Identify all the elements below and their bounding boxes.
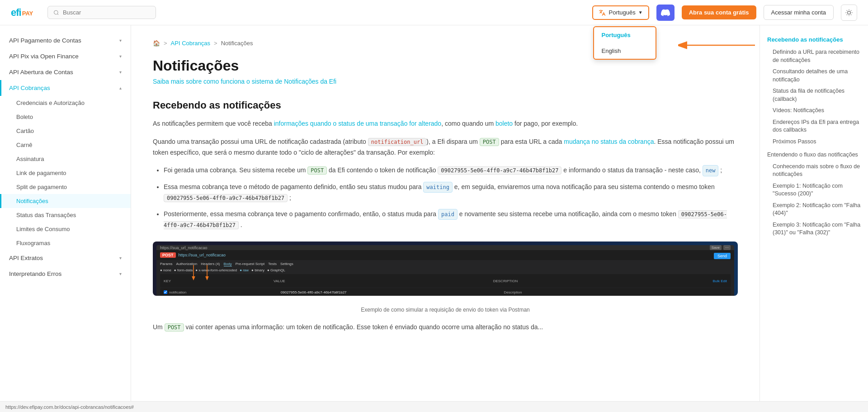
lang-option-portuguese[interactable]: Português bbox=[594, 27, 656, 43]
sidebar-item-extratos[interactable]: API Extratos ▾ bbox=[0, 250, 131, 266]
svg-point-1 bbox=[848, 11, 851, 14]
theme-toggle-button[interactable] bbox=[841, 5, 857, 21]
status-bar-url: https://dev.efipay.com.br/docs/api-cobra… bbox=[5, 404, 134, 410]
sidebar: API Pagamento de Contas ▾ API Pix via Op… bbox=[0, 25, 131, 412]
logo: efi PAY bbox=[11, 7, 33, 19]
search-input[interactable] bbox=[63, 9, 150, 16]
sidebar-item-abertura-contas[interactable]: API Abertura de Contas ▾ bbox=[0, 64, 131, 80]
breadcrumb-current: Notificações bbox=[221, 40, 253, 47]
chevron-right-icon: ▾ bbox=[119, 256, 122, 260]
sidebar-subitem-assinatura[interactable]: Assinatura bbox=[0, 152, 131, 166]
sidebar-subitem-carne[interactable]: Carnê bbox=[0, 138, 131, 152]
layout: API Pagamento de Contas ▾ API Pix via Op… bbox=[0, 25, 868, 412]
sidebar-item-label: API Cobranças bbox=[9, 85, 50, 91]
chevron-down-icon: ▼ bbox=[638, 10, 643, 15]
translate-icon bbox=[599, 9, 606, 16]
svg-point-0 bbox=[54, 10, 58, 14]
svg-line-9 bbox=[851, 10, 851, 10]
sidebar-item-pagamento-contas[interactable]: API Pagamento de Contas ▾ bbox=[0, 33, 131, 48]
toc-item-exemplo1[interactable]: Exemplo 1: Notificação com "Sucesso (200… bbox=[767, 182, 861, 198]
open-account-button[interactable]: Abra sua conta grátis bbox=[682, 5, 756, 19]
chevron-right-icon: ▾ bbox=[119, 38, 122, 43]
breadcrumb-sep2: > bbox=[214, 40, 217, 47]
search-icon bbox=[53, 9, 59, 16]
sidebar-subitem-limites-consumo[interactable]: Limites de Consumo bbox=[0, 222, 131, 236]
sidebar-subitem-fluxogramas[interactable]: Fluxogramas bbox=[0, 236, 131, 250]
status-bar: https://dev.efipay.com.br/docs/api-cobra… bbox=[0, 401, 868, 412]
sidebar-item-label: API Extratos bbox=[9, 255, 43, 261]
toc-item-entendendo-fluxo[interactable]: Entendendo o fluxo das notificações bbox=[767, 151, 861, 159]
list-item-2: Essa mesma cobrança teve o método de pag… bbox=[164, 182, 738, 204]
toc-item-consultando[interactable]: Consultando detalhes de uma notificação bbox=[767, 68, 861, 84]
sidebar-subitem-notificacoes[interactable]: Notificações bbox=[0, 194, 131, 208]
toc-item-definindo[interactable]: Definindo a URL para recebimento de noti… bbox=[767, 48, 861, 64]
breadcrumb-home-icon[interactable]: 🏠 bbox=[153, 40, 160, 47]
paragraph-3: Um POST vai conter apenas uma informação… bbox=[153, 322, 738, 333]
screenshot-caption: Exemplo de como simular a requisição de … bbox=[153, 307, 738, 313]
bullet-list: Foi gerada uma cobrança. Seu sistema rec… bbox=[164, 165, 738, 231]
list-item-3: Posteriormente, essa mesma cobrança teve… bbox=[164, 209, 738, 231]
sidebar-item-label: API Abertura de Contas bbox=[9, 69, 73, 76]
toc-title: Recebendo as notificações bbox=[767, 36, 861, 43]
sidebar-item-label: API Pix via Open Finance bbox=[9, 53, 79, 60]
postman-screenshot-container: https://sua_url_notificacao Save ⋯ POST … bbox=[153, 242, 738, 313]
language-dropdown: Português English bbox=[593, 26, 656, 60]
chevron-right-icon: ▾ bbox=[119, 70, 122, 75]
list-item-1: Foi gerada uma cobrança. Seu sistema rec… bbox=[164, 165, 738, 176]
logo-pay-text: PAY bbox=[22, 10, 33, 17]
sidebar-subitem-boleto[interactable]: Boleto bbox=[0, 110, 131, 124]
lang-option-english[interactable]: English bbox=[594, 43, 656, 59]
toc-item-enderecos-ips[interactable]: Endereços IPs da Efi para entrega dos ca… bbox=[767, 118, 861, 134]
svg-line-8 bbox=[847, 14, 847, 15]
postman-screenshot: https://sua_url_notificacao Save ⋯ POST … bbox=[153, 242, 738, 296]
sidebar-item-label: API Pagamento de Contas bbox=[9, 37, 81, 44]
toc-item-status-fila[interactable]: Status da fila de notificações (callback… bbox=[767, 87, 861, 103]
toc-item-conhecendo-fluxo[interactable]: Conhecendo mais sobre o fluxo de notific… bbox=[767, 163, 861, 179]
sidebar-subitem-link-pagamento[interactable]: Link de pagamento bbox=[0, 166, 131, 180]
paragraph-1: As notificações permitem que você receba… bbox=[153, 118, 738, 129]
toc-item-exemplo3[interactable]: Exemplo 3: Notificação com "Falha (301)"… bbox=[767, 221, 861, 237]
page-title: Notificações bbox=[153, 57, 738, 74]
language-label: Português bbox=[609, 9, 635, 16]
language-button[interactable]: Português ▼ Português English bbox=[592, 5, 649, 20]
sidebar-subitem-status-transacoes[interactable]: Status das Transações bbox=[0, 208, 131, 222]
main-content: 🏠 > API Cobranças > Notificações Notific… bbox=[131, 25, 760, 412]
discord-icon bbox=[661, 8, 670, 17]
chevron-right-icon: ▾ bbox=[119, 271, 122, 276]
sidebar-item-label: Interpretando Erros bbox=[9, 270, 61, 277]
header: efi PAY Português ▼ Português English Ab… bbox=[0, 0, 868, 25]
chevron-right-icon: ▾ bbox=[119, 54, 122, 59]
paragraph-2: Quando uma transação possui uma URL de n… bbox=[153, 137, 738, 158]
breadcrumb-link-cobrancas[interactable]: API Cobranças bbox=[171, 40, 210, 47]
toc-item-proximos-passos[interactable]: Próximos Passos bbox=[767, 138, 861, 146]
access-account-button[interactable]: Acessar minha conta bbox=[764, 5, 834, 20]
toc-item-videos[interactable]: Vídeos: Notificações bbox=[767, 107, 861, 115]
toc-item-exemplo2[interactable]: Exemplo 2: Notificação com "Falha (404)" bbox=[767, 202, 861, 218]
breadcrumb-sep1: > bbox=[164, 40, 167, 47]
discord-button[interactable] bbox=[656, 5, 675, 21]
right-toc: Recebendo as notificações Definindo a UR… bbox=[760, 25, 868, 412]
sidebar-item-cobrancas[interactable]: API Cobranças ▴ bbox=[0, 80, 131, 96]
sidebar-subitem-split-pagamento[interactable]: Split de pagamento bbox=[0, 180, 131, 194]
sidebar-item-pix-open-finance[interactable]: API Pix via Open Finance ▾ bbox=[0, 48, 131, 64]
logo-efi-text: efi bbox=[11, 7, 21, 19]
section-title-recebendo: Recebendo as notificações bbox=[153, 99, 738, 111]
sun-icon bbox=[845, 9, 853, 16]
sidebar-item-interpretando-erros[interactable]: Interpretando Erros ▾ bbox=[0, 266, 131, 282]
sidebar-subitem-credenciais[interactable]: Credenciais e Autorização bbox=[0, 96, 131, 110]
search-bar[interactable] bbox=[47, 6, 156, 19]
sidebar-subitem-cartao[interactable]: Cartão bbox=[0, 124, 131, 138]
svg-line-4 bbox=[847, 10, 847, 10]
page-subtitle: Saiba mais sobre como funciona o sistema… bbox=[153, 78, 738, 85]
svg-line-5 bbox=[851, 14, 851, 15]
chevron-up-icon: ▴ bbox=[119, 85, 122, 90]
